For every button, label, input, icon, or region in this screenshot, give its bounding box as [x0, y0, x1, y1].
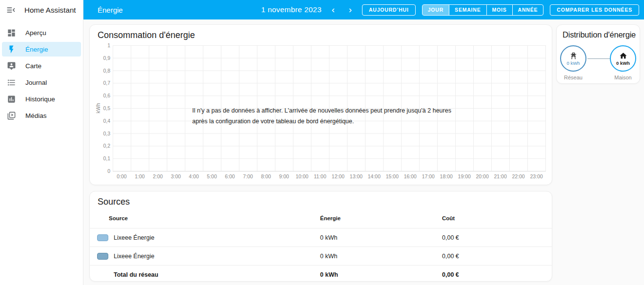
consumption-card-title: Consommation d'énergie — [90, 25, 552, 40]
y-tick: 0,2 — [103, 143, 110, 149]
chevron-right-icon[interactable]: › — [345, 5, 356, 15]
compare-data-button[interactable]: COMPARER LES DONNÉES — [550, 4, 639, 16]
view-dashboard-icon — [6, 28, 16, 38]
x-tick: 9:00 — [279, 173, 289, 179]
source-name: Lixeee Énergie — [114, 253, 154, 260]
x-tick: 18:00 — [440, 173, 453, 179]
sidebar-header: Home Assistant — [0, 0, 83, 19]
home-node-label: Maison — [609, 75, 637, 80]
x-tick: 13:00 — [350, 173, 362, 179]
source-row[interactable]: Total du réseau0 kWh0,00 € — [90, 265, 552, 284]
source-name: Lixeee Énergie — [114, 234, 154, 241]
date-label: 1 novembre 2023 — [261, 5, 322, 14]
sidebar-item-historique[interactable]: Historique — [2, 92, 81, 106]
y-tick: 0,5 — [103, 105, 110, 111]
grid-node[interactable]: 0 kWh — [560, 45, 586, 72]
x-tick: 14:00 — [368, 173, 381, 179]
distribution-card-title: Distribution d'énergie — [557, 25, 640, 39]
sidebar-item-medias[interactable]: Médias — [2, 108, 81, 123]
x-tick: 16:00 — [404, 173, 417, 179]
sources-table-header: Source Énergie Coût — [90, 208, 552, 228]
tooltip-account-icon — [6, 61, 16, 71]
sidebar-item-label: Carte — [25, 62, 41, 70]
consumption-chart-plot-area[interactable]: Il n'y a pas de données à afficher. L'ar… — [113, 45, 546, 171]
app-header: Énergie 1 novembre 2023 ‹ › AUJOURD’HUI … — [83, 0, 644, 19]
period-button-semaine[interactable]: SEMAINE — [449, 5, 486, 15]
distribution-diagram: 0 kWh 0 kWh Réseau Maison — [557, 45, 640, 82]
y-tick: 0,1 — [103, 155, 110, 161]
source-energy-value: 0 kWh — [320, 271, 442, 278]
source-name-cell: Lixeee Énergie — [90, 253, 320, 260]
source-color-swatch — [97, 253, 108, 260]
source-row[interactable]: Lixeee Énergie0 kWh0,00 € — [90, 228, 552, 247]
transmission-tower-icon — [569, 52, 578, 60]
source-cost-value: 0,00 € — [442, 271, 552, 278]
x-tick: 23:00 — [530, 173, 543, 179]
source-color-swatch — [97, 234, 108, 241]
column-header-source: Source — [90, 215, 320, 221]
grid-value: 0 kWh — [567, 60, 580, 66]
x-tick: 10:00 — [296, 173, 308, 179]
x-tick: 4:00 — [189, 173, 199, 179]
format-list-bulleted-icon — [6, 77, 16, 87]
period-button-mois[interactable]: MOIS — [486, 5, 512, 15]
source-row[interactable]: Lixeee Énergie0 kWh0,00 € — [90, 247, 552, 265]
period-button-annee[interactable]: ANNÉE — [512, 5, 543, 15]
grid-node-label: Réseau — [559, 75, 587, 80]
play-box-multiple-icon — [6, 111, 16, 120]
y-tick: 0 — [107, 168, 110, 174]
x-tick: 11:00 — [314, 173, 326, 179]
sources-card: Sources Source Énergie Coût Lixeee Énerg… — [89, 191, 552, 282]
y-tick: 0,4 — [103, 118, 110, 124]
home-value: 0 kWh — [616, 60, 630, 66]
page-title: Énergie — [98, 6, 123, 14]
x-axis-ticks: 0:001:002:003:004:005:006:007:008:009:00… — [113, 173, 545, 181]
home-icon — [619, 52, 627, 60]
sidebar-item-label: Médias — [25, 112, 47, 119]
y-tick: 0,6 — [103, 93, 110, 98]
x-tick: 1:00 — [135, 173, 144, 179]
header-controls: 1 novembre 2023 ‹ › AUJOURD’HUI JOURSEMA… — [261, 4, 644, 16]
chevron-left-icon[interactable]: ‹ — [328, 5, 339, 15]
source-energy-value: 0 kWh — [320, 253, 442, 260]
column-header-energy: Énergie — [320, 215, 442, 221]
flash-icon — [6, 44, 16, 54]
sources-card-title: Sources — [90, 191, 552, 207]
sidebar-item-label: Historique — [25, 95, 55, 103]
menu-toggle-icon[interactable] — [5, 4, 16, 15]
period-button-jour[interactable]: JOUR — [423, 5, 449, 15]
sidebar-item-label: Aperçu — [25, 29, 46, 37]
x-tick: 20:00 — [476, 173, 489, 179]
period-button-group: JOURSEMAINEMOISANNÉE — [422, 4, 544, 16]
energy-distribution-card: Distribution d'énergie 0 kWh 0 kWh Résea… — [556, 24, 640, 84]
home-node[interactable]: 0 kWh — [610, 45, 636, 72]
x-tick: 6:00 — [225, 173, 235, 179]
sidebar: Home Assistant AperçuÉnergieCarteJournal… — [0, 0, 83, 285]
sidebar-item-journal[interactable]: Journal — [2, 75, 81, 90]
y-tick: 0,8 — [103, 68, 110, 74]
x-tick: 2:00 — [153, 173, 162, 179]
chart-box-icon — [6, 94, 16, 104]
source-name-cell: Total du réseau — [90, 271, 320, 278]
sidebar-item-apercu[interactable]: Aperçu — [2, 25, 81, 40]
sidebar-menu: AperçuÉnergieCarteJournalHistoriqueMédia… — [0, 19, 83, 123]
sidebar-item-carte[interactable]: Carte — [2, 58, 81, 73]
column-header-cost: Coût — [442, 215, 552, 221]
sidebar-item-energie[interactable]: Énergie — [2, 42, 81, 57]
x-tick: 12:00 — [332, 173, 344, 179]
y-tick: 0,7 — [103, 80, 110, 86]
x-tick: 7:00 — [243, 173, 253, 179]
x-tick: 8:00 — [261, 173, 271, 179]
source-name-cell: Lixeee Énergie — [90, 234, 320, 241]
y-axis-ticks: 10,90,80,70,60,50,40,30,20,10 — [90, 45, 110, 171]
source-cost-value: 0,00 € — [442, 253, 552, 260]
x-tick: 17:00 — [422, 173, 435, 179]
today-button[interactable]: AUJOURD’HUI — [362, 4, 416, 16]
x-tick: 0:00 — [117, 173, 126, 179]
x-tick: 15:00 — [386, 173, 399, 179]
sources-table-body: Lixeee Énergie0 kWh0,00 €Lixeee Énergie0… — [90, 228, 552, 284]
sidebar-item-label: Journal — [25, 79, 47, 86]
source-name: Total du réseau — [114, 271, 158, 278]
no-data-message: Il n'y a pas de données à afficher. L'ar… — [192, 106, 466, 127]
x-tick: 21:00 — [494, 173, 506, 179]
